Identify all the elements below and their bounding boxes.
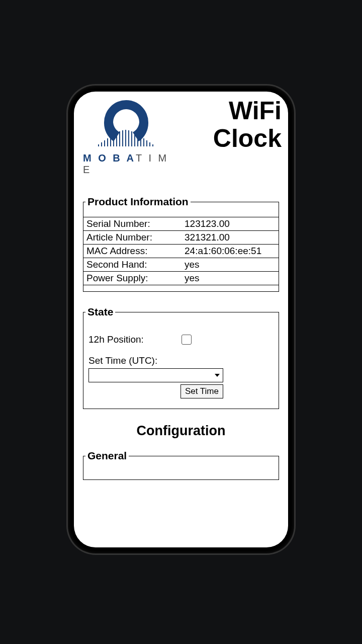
serial-number-label: Serial Number: xyxy=(86,218,185,229)
clock-arc-icon xyxy=(94,96,159,151)
state-legend: State xyxy=(85,306,115,318)
table-row: Second Hand: yes xyxy=(83,258,279,271)
position-row: 12h Position: xyxy=(88,334,274,345)
phone-screen: M O B AT I M E WiFi Clock Product Inform… xyxy=(74,92,288,547)
page-title: WiFi Clock xyxy=(169,97,282,152)
product-info-grid: Serial Number: 123123.00 Article Number:… xyxy=(83,217,279,285)
table-row: Article Number: 321321.00 xyxy=(83,230,279,244)
article-number-value: 321321.00 xyxy=(185,232,276,243)
configuration-title: Configuration xyxy=(83,423,279,439)
header: M O B AT I M E WiFi Clock xyxy=(83,92,279,176)
set-time-button-row: Set Time xyxy=(88,384,223,398)
set-time-button[interactable]: Set Time xyxy=(180,384,223,398)
state-fieldset: State 12h Position: Set Time (UTC): Se xyxy=(83,306,279,409)
position-checkbox[interactable] xyxy=(182,335,192,345)
brand-logo: M O B AT I M E xyxy=(83,94,169,176)
table-row: Serial Number: 123123.00 xyxy=(83,217,279,230)
set-time-dropdown[interactable] xyxy=(88,368,223,382)
brand-text-moba: M O B A xyxy=(83,152,136,164)
mac-address-label: MAC Address: xyxy=(86,246,185,257)
phone-frame: M O B AT I M E WiFi Clock Product Inform… xyxy=(68,86,294,553)
serial-number-value: 123123.00 xyxy=(185,218,276,229)
product-info-legend: Product Information xyxy=(85,196,191,208)
general-fieldset: General xyxy=(83,450,279,480)
table-row: MAC Address: 24:a1:60:06:ee:51 xyxy=(83,244,279,258)
mac-address-value: 24:a1:60:06:ee:51 xyxy=(185,246,276,257)
content: Product Information Serial Number: 12312… xyxy=(83,176,279,480)
product-info-fieldset: Product Information Serial Number: 12312… xyxy=(83,196,279,292)
position-label: 12h Position: xyxy=(88,334,182,345)
chevron-down-icon xyxy=(215,374,220,377)
set-time-row: Set Time (UTC): Set Time xyxy=(88,355,274,398)
state-body: 12h Position: Set Time (UTC): Set Time xyxy=(83,322,279,403)
power-supply-value: yes xyxy=(185,273,276,284)
general-legend: General xyxy=(85,450,129,462)
second-hand-label: Second Hand: xyxy=(86,259,185,270)
article-number-label: Article Number: xyxy=(86,232,185,243)
second-hand-value: yes xyxy=(185,259,276,270)
brand-wordmark: M O B AT I M E xyxy=(83,152,169,176)
set-time-label: Set Time (UTC): xyxy=(88,355,274,366)
table-row: Power Supply: yes xyxy=(83,271,279,285)
power-supply-label: Power Supply: xyxy=(86,273,185,284)
